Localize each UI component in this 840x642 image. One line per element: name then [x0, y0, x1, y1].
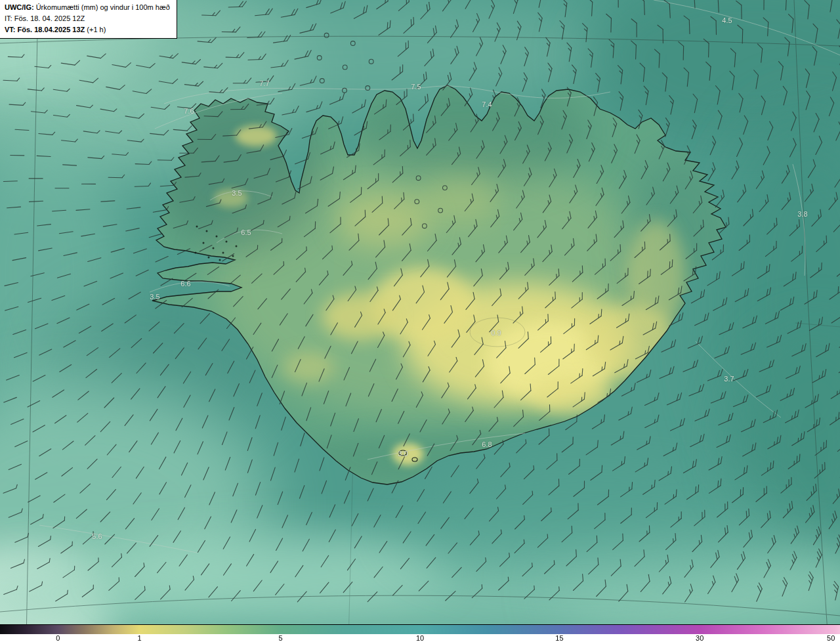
colorbar-gradient	[0, 625, 840, 634]
colorbar-tick-label: 50	[827, 634, 835, 642]
map-title-line: UWC/IG: Úrkomumætti (mm) og vindur i 100…	[5, 2, 172, 13]
colorbar: 01510153050	[0, 624, 840, 642]
vestmannaeyjar-precip	[392, 443, 424, 465]
colorbar-tick-label: 15	[555, 634, 563, 642]
valid-value: Fös. 18.04.2025 13Z	[18, 26, 85, 33]
weather-map	[0, 0, 840, 642]
model-label: UWC/IG:	[5, 3, 34, 11]
weather-map-app: 4.57.77.57.47.63.53.86.56.63.50.93.76.83…	[0, 0, 840, 642]
map-info-box: UWC/IG: Úrkomumætti (mm) og vindur i 100…	[0, 0, 177, 39]
valid-offset: (+1 h)	[87, 26, 106, 33]
valid-time-line: VT: Fös. 18.04.2025 13Z (+1 h)	[5, 24, 172, 35]
colorbar-tick-label: 10	[416, 634, 424, 642]
colorbar-tick-label: 0	[56, 634, 60, 642]
init-value: Fös. 18. 04. 2025 12Z	[14, 14, 85, 22]
colorbar-tick-label: 1	[137, 634, 141, 642]
colorbar-tick-label: 5	[278, 634, 282, 642]
colorbar-tick-label: 30	[696, 634, 704, 642]
init-label: IT:	[5, 14, 12, 22]
init-time-line: IT: Fös. 18. 04. 2025 12Z	[5, 13, 172, 24]
valid-label: VT:	[5, 26, 16, 33]
wind-barb	[3, 181, 17, 182]
map-title: Úrkomumætti (mm) og vindur i 100m hæð	[36, 3, 170, 11]
colorbar-labels: 01510153050	[0, 634, 840, 642]
